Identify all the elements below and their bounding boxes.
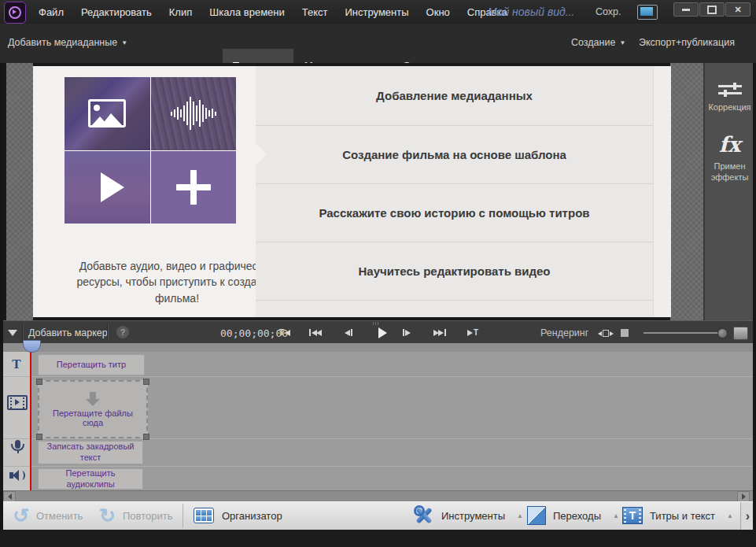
list-scroll-gutter: [653, 66, 671, 317]
sidebar-item-adjust[interactable]: Коррекция: [705, 80, 754, 113]
maximize-button[interactable]: [699, 2, 725, 17]
transitions-icon: [527, 506, 546, 525]
tools-button[interactable]: Инструменты ▲: [414, 502, 523, 529]
title-track-hint[interactable]: Перетащить титр: [38, 354, 145, 375]
audio-track-hint[interactable]: Перетащить аудиоклипы: [38, 468, 143, 490]
menu-text[interactable]: Текст: [301, 6, 329, 18]
video-track-dropzone[interactable]: Перетащите файлы сюда: [38, 380, 148, 438]
chevron-up-icon: ▲: [517, 512, 523, 519]
add-marker-button[interactable]: Добавить маркер: [28, 327, 108, 338]
undo-button[interactable]: ↺ Отменить: [13, 502, 83, 529]
photo-tile: [65, 77, 150, 150]
timeline-scrollbar[interactable]: [3, 490, 753, 502]
welcome-panel: Добавьте аудио, видео и графические ресу…: [33, 66, 256, 317]
getting-started-list: Добавление медиаданных Создание фильма н…: [256, 66, 653, 317]
microphone-icon[interactable]: [11, 440, 24, 453]
speaker-icon[interactable]: [9, 470, 25, 481]
menu-file[interactable]: Файл: [38, 6, 65, 18]
window-frame-bottom: [0, 530, 756, 547]
go-to-in-marker-button[interactable]: T: [279, 329, 290, 336]
welcome-caption: Добавьте аудио, видео и графические ресу…: [69, 258, 285, 306]
titles-text-button[interactable]: T Титры и текст ▲: [622, 502, 733, 529]
go-to-end-button[interactable]: [433, 329, 446, 336]
close-button[interactable]: ✕: [725, 2, 750, 17]
screen-monitor-icon[interactable]: [637, 5, 658, 20]
waveform-icon: [171, 97, 216, 130]
title-track-icon[interactable]: T: [3, 357, 30, 372]
chevron-up-icon: ▲: [727, 512, 733, 519]
menu-tools[interactable]: Инструменты: [345, 6, 410, 18]
scroll-right-button[interactable]: [737, 491, 750, 502]
panel-grip[interactable]: [373, 322, 378, 325]
audio-tile: [151, 77, 237, 150]
organizer-button[interactable]: Организатор: [194, 502, 282, 529]
pointer-notch: [256, 143, 267, 165]
render-button[interactable]: Рендеринг: [540, 327, 588, 338]
organizer-icon: [194, 508, 214, 523]
add-tile: [151, 151, 237, 224]
track-header-column: T: [3, 352, 31, 490]
image-icon: [88, 99, 126, 128]
export-publish-button[interactable]: Экспорт+публикация: [639, 24, 735, 61]
video-tile: [65, 151, 150, 224]
playhead-line: [30, 352, 31, 490]
chevron-down-icon: ▼: [619, 39, 625, 46]
titles-icon: T: [622, 507, 643, 524]
drop-arrow-icon: [86, 392, 100, 406]
tools-icon: [414, 505, 434, 526]
chevron-down-icon: ▼: [121, 39, 127, 46]
menu-edit[interactable]: Редактировать: [80, 6, 153, 18]
go-to-out-marker-button[interactable]: T: [467, 329, 478, 336]
menu-window[interactable]: Окно: [426, 6, 451, 18]
chevron-up-icon: ▲: [613, 512, 619, 519]
play-icon: [101, 172, 124, 202]
menu-clip[interactable]: Клип: [168, 6, 193, 18]
timeline-toolbar: Добавить маркер ? 00;00;00;00 T T Рендер…: [0, 320, 756, 344]
marker-dropdown-icon[interactable]: [8, 330, 17, 336]
bottom-action-bar: ↺ Отменить ↻ Повторить Организатор Инстр…: [0, 501, 756, 531]
add-media-dropzone[interactable]: [65, 77, 236, 224]
play-button[interactable]: [378, 327, 387, 338]
zoom-slider-track[interactable]: [644, 332, 724, 334]
document-title: Мой новый вид...: [488, 6, 574, 18]
zoom-square-icon[interactable]: [621, 329, 629, 337]
go-to-start-button[interactable]: [309, 329, 322, 336]
step-back-button[interactable]: [345, 329, 352, 336]
list-item-add-media[interactable]: Добавление медиаданных: [256, 66, 653, 126]
action-sidebar: Коррекция fx Примен эффекты: [703, 63, 754, 320]
panel-edge-texture-left: [6, 63, 33, 320]
premiere-elements-window: Файл Редактировать Клип Шкала времени Те…: [0, 0, 756, 547]
transitions-button[interactable]: Переходы ▲: [527, 502, 619, 529]
fx-icon: fx: [705, 132, 754, 157]
add-media-button[interactable]: Добавить медиаданные ▼: [8, 24, 127, 61]
menu-timeline[interactable]: Шкала времени: [208, 6, 286, 18]
scroll-left-button[interactable]: [3, 491, 16, 502]
zoom-in-button[interactable]: [733, 327, 748, 340]
zoom-slider-handle[interactable]: [717, 328, 728, 338]
app-logo-icon: [4, 2, 26, 24]
minimize-button[interactable]: [673, 2, 699, 17]
sidebar-item-effects[interactable]: fx Примен эффекты: [705, 132, 754, 183]
list-item-story-titles[interactable]: Расскажите свою историю с помощью титров: [256, 184, 653, 242]
redo-button[interactable]: ↻ Повторить: [99, 502, 172, 529]
video-track-icon[interactable]: [7, 395, 28, 410]
adjust-sliders-icon: [718, 85, 742, 94]
help-button[interactable]: ?: [116, 326, 129, 338]
window-frame-right: [753, 63, 756, 530]
monitor-panel: Добавьте аудио, видео и графические ресу…: [0, 63, 756, 320]
title-bar: Файл Редактировать Клип Шкала времени Те…: [0, 0, 756, 24]
window-frame-left: [0, 63, 3, 530]
step-forward-button[interactable]: [403, 329, 411, 336]
list-item-movie-template[interactable]: Создание фильма на основе шаблона: [256, 126, 653, 184]
create-button[interactable]: Создание ▼: [571, 24, 625, 61]
mode-toolbar: Добавить медиаданные ▼ Быстрое Управляем…: [0, 24, 756, 65]
timecode-display[interactable]: 00;00;00;00: [220, 327, 288, 339]
redo-icon: ↻: [99, 508, 116, 523]
narration-track-hint[interactable]: Записать закадровый текст: [38, 441, 143, 464]
undo-icon: ↺: [13, 508, 29, 523]
timeline-tracks: T Перетащить титр Перетащите файл: [3, 352, 753, 490]
zoom-fit-icon[interactable]: [598, 330, 614, 337]
list-item-learn-editing[interactable]: Научитесь редактировать видео: [256, 242, 653, 301]
save-button[interactable]: Сохр.: [596, 6, 621, 17]
panel-edge-texture-right: [670, 63, 703, 320]
